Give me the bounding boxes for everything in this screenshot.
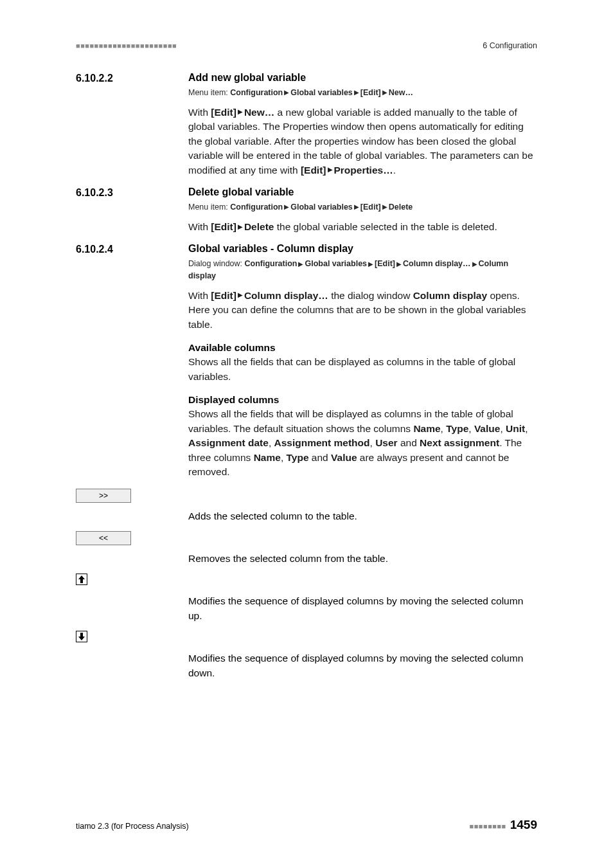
- section-body: With [Edit]▶Column display… the dialog w…: [188, 289, 537, 332]
- chapter-label: 6 Configuration: [483, 41, 537, 50]
- section-heading: 6.10.2.2 Add new global variable: [76, 72, 537, 84]
- subheading-displayed-columns: Displayed columns: [188, 394, 537, 406]
- section-body: With [Edit]▶New… a new global variable i…: [188, 105, 537, 177]
- page-header: ■■■■■■■■■■■■■■■■■■■■■■ 6 Configuration: [76, 41, 537, 50]
- section-title: Add new global variable: [188, 72, 306, 84]
- page-number: 1459: [510, 818, 537, 831]
- menu-path: Menu item: Configuration▶Global variable…: [188, 201, 537, 213]
- remove-column-button[interactable]: <<: [76, 531, 131, 545]
- move-down-button[interactable]: [76, 631, 87, 642]
- subheading-available-columns: Available columns: [188, 342, 537, 354]
- page-footer: tiamo 2.3 (for Process Analysis) ■■■■■■■…: [76, 818, 537, 832]
- available-columns-body: Shows all the fields that can be display…: [188, 355, 537, 384]
- section-title: Global variables - Column display: [188, 243, 353, 255]
- section-body: With [Edit]▶Delete the global variable s…: [188, 220, 537, 234]
- section-heading: 6.10.2.4 Global variables - Column displ…: [76, 243, 537, 255]
- footer-left: tiamo 2.3 (for Process Analysis): [76, 822, 189, 831]
- section-heading: 6.10.2.3 Delete global variable: [76, 186, 537, 199]
- add-column-desc: Adds the selected column to the table.: [188, 509, 537, 523]
- move-down-desc: Modifies the sequence of displayed colum…: [188, 651, 537, 680]
- arrow-up-icon: [77, 575, 86, 584]
- menu-path: Dialog window: Configuration▶Global vari…: [188, 258, 537, 282]
- section-number: 6.10.2.3: [76, 186, 188, 199]
- section-title: Delete global variable: [188, 186, 294, 199]
- section-number: 6.10.2.2: [76, 72, 188, 84]
- section-number: 6.10.2.4: [76, 243, 188, 255]
- remove-column-desc: Removes the selected column from the tab…: [188, 552, 537, 566]
- footer-right: ■■■■■■■■1459: [470, 818, 537, 832]
- move-up-button[interactable]: [76, 574, 87, 585]
- footer-dots: ■■■■■■■■: [470, 822, 506, 830]
- arrow-down-icon: [77, 632, 86, 641]
- menu-path: Menu item: Configuration▶Global variable…: [188, 87, 537, 99]
- header-dots: ■■■■■■■■■■■■■■■■■■■■■■: [76, 42, 177, 50]
- add-column-button[interactable]: >>: [76, 489, 131, 503]
- displayed-columns-body: Shows all the fields that will be displa…: [188, 407, 537, 479]
- move-up-desc: Modifies the sequence of displayed colum…: [188, 594, 537, 623]
